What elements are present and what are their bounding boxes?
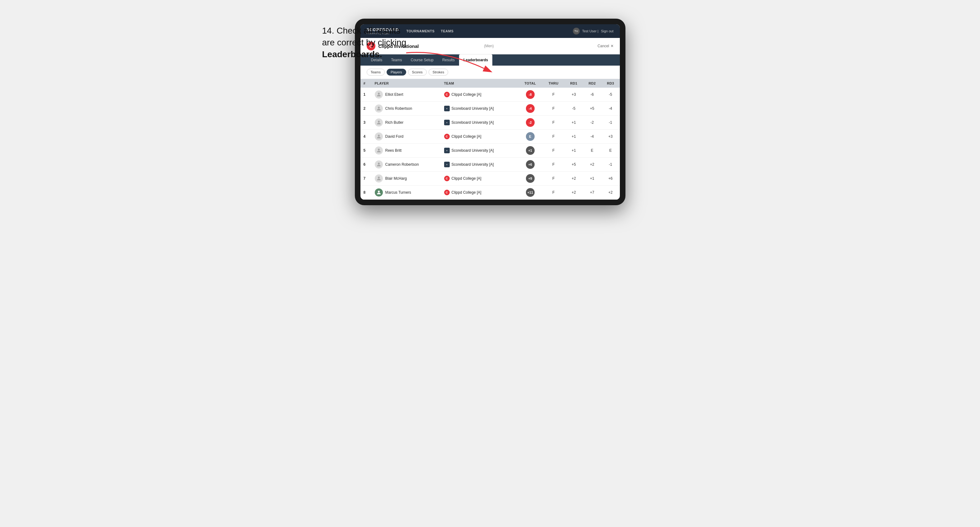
cell-rd3: -1: [601, 158, 619, 171]
team-logo: ≡: [444, 120, 450, 125]
cell-thru: F: [542, 158, 565, 171]
cell-rank: 8: [361, 186, 372, 200]
cancel-button[interactable]: Cancel ✕: [597, 44, 613, 48]
filter-scores[interactable]: Scores: [408, 69, 427, 76]
team-name: Clippd College [A]: [452, 92, 482, 97]
cell-rd3: -5: [601, 88, 619, 102]
table-row: 8Marcus TurnersCClippd College [A]+11F+2…: [361, 186, 620, 200]
cell-rd2: -4: [583, 130, 601, 144]
table-row: 1Elliot EbertCClippd College [A]-8F+3-6-…: [361, 88, 620, 102]
svg-point-8: [378, 190, 380, 192]
nav-tournaments[interactable]: TOURNAMENTS: [406, 28, 434, 34]
table-row: 5Rees Britt≡Scoreboard University [A]+1F…: [361, 144, 620, 158]
cell-thru: F: [542, 88, 565, 102]
cell-total: -2: [518, 116, 542, 130]
cell-team: ≡Scoreboard University [A]: [441, 102, 518, 116]
nav-teams[interactable]: TEAMS: [441, 28, 453, 34]
cell-thru: F: [542, 186, 565, 200]
cell-rd2: +1: [583, 171, 601, 186]
cell-rd3: +3: [601, 130, 619, 144]
cell-rd2: E: [583, 144, 601, 158]
team-name: Clippd College [A]: [452, 190, 482, 195]
cell-player: Marcus Turners: [372, 186, 441, 200]
cell-rank: 2: [361, 102, 372, 116]
cell-rd2: -2: [583, 116, 601, 130]
table-row: 2Chris Robertson≡Scoreboard University […: [361, 102, 620, 116]
table-header-row: # PLAYER TEAM TOTAL THRU RD1 RD2 RD3: [361, 79, 620, 88]
cell-player: Chris Robertson: [372, 102, 441, 116]
tab-results[interactable]: Results: [438, 54, 459, 66]
cell-rank: 1: [361, 88, 372, 102]
player-avatar: [375, 160, 383, 168]
cell-team: CClippd College [A]: [441, 130, 518, 144]
player-name: Blair McHarg: [385, 176, 407, 181]
nav-links: TOURNAMENTS TEAMS: [406, 28, 573, 34]
cell-total: -4: [518, 102, 542, 116]
col-rd1: RD1: [565, 79, 583, 88]
team-logo: C: [444, 92, 450, 97]
tab-course-setup[interactable]: Course Setup: [406, 54, 438, 66]
cell-rd2: -6: [583, 88, 601, 102]
player-avatar: [375, 175, 383, 183]
player-name: Rich Butler: [385, 120, 404, 125]
svg-point-4: [378, 135, 380, 137]
tab-leaderboards[interactable]: Leaderboards: [459, 54, 492, 66]
cell-total: +6: [518, 158, 542, 171]
cell-total: +1: [518, 144, 542, 158]
cell-team: CClippd College [A]: [441, 186, 518, 200]
cell-rank: 4: [361, 130, 372, 144]
filter-teams[interactable]: Teams: [367, 69, 385, 76]
cell-rd3: E: [601, 144, 619, 158]
player-avatar: [375, 146, 383, 154]
leaderboard-table: # PLAYER TEAM TOTAL THRU RD1 RD2 RD3: [361, 79, 620, 200]
team-logo: ≡: [444, 106, 450, 111]
team-name: Clippd College [A]: [452, 134, 482, 139]
svg-point-3: [378, 121, 380, 122]
cell-rd3: -1: [601, 116, 619, 130]
cell-rd3: -4: [601, 102, 619, 116]
player-name: David Ford: [385, 134, 404, 139]
team-logo: C: [444, 190, 450, 195]
avatar: TU: [573, 28, 580, 35]
team-logo: ≡: [444, 162, 450, 167]
col-team: TEAM: [441, 79, 518, 88]
user-name: Test User |: [582, 29, 598, 33]
team-name: Scoreboard University [A]: [452, 162, 494, 167]
cell-thru: F: [542, 130, 565, 144]
col-rd2: RD2: [583, 79, 601, 88]
cell-team: ≡Scoreboard University [A]: [441, 144, 518, 158]
cell-thru: F: [542, 144, 565, 158]
filter-players[interactable]: Players: [387, 69, 406, 76]
cell-player: Rees Britt: [372, 144, 441, 158]
player-name: Chris Robertson: [385, 106, 412, 111]
cell-player: Blair McHarg: [372, 171, 441, 186]
player-name: Marcus Turners: [385, 190, 411, 195]
col-rank: #: [361, 79, 372, 88]
filter-strokes[interactable]: Strokes: [429, 69, 448, 76]
svg-point-5: [378, 149, 380, 151]
cell-rank: 6: [361, 158, 372, 171]
col-total: TOTAL: [518, 79, 542, 88]
table-row: 7Blair McHargCClippd College [A]+9F+2+1+…: [361, 171, 620, 186]
table-row: 3Rich Butler≡Scoreboard University [A]-2…: [361, 116, 620, 130]
cell-rank: 7: [361, 171, 372, 186]
svg-point-1: [378, 93, 380, 95]
table-row: 6Cameron Robertson≡Scoreboard University…: [361, 158, 620, 171]
cell-total: +9: [518, 171, 542, 186]
cell-total: -8: [518, 88, 542, 102]
col-thru: THRU: [542, 79, 565, 88]
cell-player: Cameron Robertson: [372, 158, 441, 171]
cell-team: ≡Scoreboard University [A]: [441, 158, 518, 171]
col-rd3: RD3: [601, 79, 619, 88]
team-name: Scoreboard University [A]: [452, 120, 494, 125]
cell-rd1: +1: [565, 144, 583, 158]
player-avatar: [375, 189, 383, 197]
team-logo: C: [444, 134, 450, 139]
cell-team: ≡Scoreboard University [A]: [441, 116, 518, 130]
tournament-subtitle: (Men): [484, 44, 493, 48]
player-avatar: [375, 90, 383, 98]
team-name: Scoreboard University [A]: [452, 148, 494, 152]
svg-point-2: [378, 106, 380, 108]
signout-link[interactable]: Sign out: [601, 29, 613, 33]
annotation-text: 14. Check all results are correct by cli…: [322, 25, 406, 60]
